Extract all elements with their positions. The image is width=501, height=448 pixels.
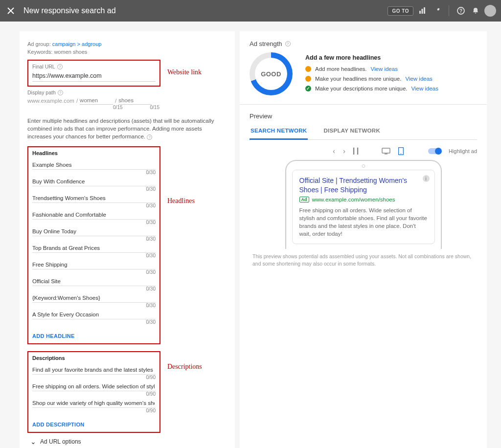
mobile-icon[interactable] <box>398 147 404 155</box>
preview-title: Preview <box>250 112 477 120</box>
add-description-button[interactable]: ADD DESCRIPTION <box>32 422 85 427</box>
headline-counter: 0/30 <box>146 236 156 242</box>
description-text: Find all your favorite brands and the la… <box>32 367 155 373</box>
headline-row[interactable]: Fashionable and Comfortable0/30 <box>32 209 156 220</box>
ad-strength-value: GOOD <box>261 70 281 78</box>
view-ideas-link[interactable]: View ideas <box>405 76 432 82</box>
callout-descriptions: Descriptions <box>167 363 202 371</box>
help-circle-icon[interactable]: ? <box>147 134 152 140</box>
headline-row[interactable]: Trendsetting Women's Shoes0/30 <box>32 192 156 203</box>
ad-description: Free shipping on all orders. Wide select… <box>299 206 428 238</box>
svg-rect-5 <box>382 148 390 153</box>
phone-preview-frame: i Official Site | Trendsetting Women's S… <box>285 160 442 249</box>
callout-headlines: Headlines <box>167 197 195 205</box>
keywords-label: Keywords: <box>27 49 52 55</box>
status-dot-orange <box>305 76 311 82</box>
headline-counter: 0/30 <box>146 220 156 225</box>
campaign-link[interactable]: campaign <box>52 41 76 47</box>
view-ideas-link[interactable]: View ideas <box>370 66 397 72</box>
prev-ad-button[interactable]: ‹ <box>333 147 335 155</box>
headline-counter: 0/30 <box>146 286 156 291</box>
keywords-value: women shoes <box>54 49 87 55</box>
headline-row[interactable]: {Keyword:Women's Shoes}0/30 <box>32 292 156 303</box>
goto-button[interactable]: GO TO <box>387 6 413 16</box>
info-icon[interactable]: i <box>423 175 430 182</box>
suggestions: Add a few more headlines Add more headli… <box>305 52 438 95</box>
gt: > <box>77 41 80 47</box>
preview-note: This preview shows potential ads assembl… <box>250 253 477 267</box>
description-counter: 0/90 <box>146 391 156 397</box>
final-url-label: Final URL ? <box>32 64 156 69</box>
headline-row[interactable]: Buy With Confidence0/30 <box>32 176 156 186</box>
headline-text: A Style for Every Occasion <box>32 312 155 317</box>
headline-row[interactable]: Top Brands at Great Prices0/30 <box>32 242 156 253</box>
status-dot-check: ✓ <box>305 86 311 91</box>
display-path-label: Display path <box>27 90 56 95</box>
suggestion-row: Make your headlines more unique. View id… <box>305 76 438 82</box>
highlight-label: Highlight ad <box>449 148 477 154</box>
description-row[interactable]: Find all your favorite brands and the la… <box>32 364 156 375</box>
svg-point-8 <box>401 153 402 154</box>
callout-website-link: Website link <box>167 68 202 76</box>
headline-counter: 0/30 <box>146 269 156 275</box>
display-path-seg2[interactable]: shoes <box>118 96 152 105</box>
final-url-input[interactable] <box>32 70 156 82</box>
topbar-actions: GO TO ? <box>387 5 496 17</box>
highlight-toggle[interactable] <box>428 148 441 154</box>
tab-display-network[interactable]: DISPLAY NETWORK <box>322 128 381 139</box>
headline-row[interactable]: Example Shoes0/30 <box>32 159 156 170</box>
headline-text: Fashionable and Comfortable <box>32 212 155 218</box>
headline-counter: 0/30 <box>146 253 156 258</box>
ad-strength-gauge: GOOD <box>250 52 293 95</box>
add-headline-button[interactable]: ADD HEADLINE <box>32 333 75 339</box>
headline-row[interactable]: Free Shipping0/30 <box>32 259 156 269</box>
close-icon[interactable] <box>5 5 17 17</box>
help-circle-icon[interactable]: ? <box>57 64 63 69</box>
adgroup-link[interactable]: adgroup <box>82 41 101 47</box>
next-ad-button[interactable]: › <box>343 147 345 155</box>
page-body: Ad group: campaign > adgroup Keywords: w… <box>0 22 501 448</box>
avatar[interactable] <box>484 5 496 17</box>
dp-counter-1: 0/15 <box>113 105 122 110</box>
chevron-down-icon: ⌄ <box>30 438 36 446</box>
description-text: Free shipping on all orders. Wide select… <box>32 383 155 389</box>
help-circle-icon[interactable]: ? <box>58 90 63 95</box>
svg-rect-6 <box>385 154 387 155</box>
display-path: Display path ? www.example.com / women /… <box>27 90 160 110</box>
divider <box>240 104 487 105</box>
ad-display-url: www.example.com/women/shoes <box>312 197 395 202</box>
bell-icon[interactable] <box>470 5 481 17</box>
headline-counter: 0/30 <box>146 170 156 175</box>
headline-text: Buy With Confidence <box>32 179 155 184</box>
url-options-toggle[interactable]: ⌄ Ad URL options <box>30 438 227 446</box>
description-text: Shop our wide variety of high quality wo… <box>32 400 155 406</box>
headline-text: Example Shoes <box>32 162 155 168</box>
keywords-line: Keywords: women shoes <box>27 49 227 55</box>
desktop-icon[interactable] <box>382 148 390 155</box>
dp-counter-2: 0/15 <box>150 105 159 110</box>
tab-search-network[interactable]: SEARCH NETWORK <box>250 128 308 140</box>
view-ideas-link[interactable]: View ideas <box>411 86 438 91</box>
adgroup-label: Ad group: <box>27 41 51 47</box>
wrench-icon[interactable] <box>431 5 443 17</box>
suggestion-row: ✓ Make your descriptions more unique. Vi… <box>305 86 438 91</box>
adgroup-line: Ad group: campaign > adgroup <box>27 41 227 47</box>
headline-row[interactable]: Official Site0/30 <box>32 275 156 286</box>
description-row[interactable]: Free shipping on all orders. Wide select… <box>32 381 156 391</box>
display-path-seg1[interactable]: women <box>80 96 113 105</box>
right-panel: Ad strength ? GOOD Add a few more headli… <box>240 31 487 448</box>
headline-row[interactable]: A Style for Every Occasion0/30 <box>32 309 156 319</box>
headline-row[interactable]: Buy Online Today0/30 <box>32 225 156 236</box>
page-title: New responsive search ad <box>23 6 387 15</box>
help-icon[interactable]: ? <box>455 5 467 17</box>
divider <box>449 5 449 16</box>
suggestions-heading: Add a few more headlines <box>305 54 438 61</box>
description-row[interactable]: Shop our wide variety of high quality wo… <box>32 397 156 408</box>
left-panel: Ad group: campaign > adgroup Keywords: w… <box>20 31 235 448</box>
bar-chart-icon[interactable] <box>416 5 428 17</box>
help-circle-icon[interactable]: ? <box>285 41 291 46</box>
headline-text: Buy Online Today <box>32 228 155 234</box>
status-dot-orange <box>305 66 311 72</box>
pause-icon[interactable]: ▎▎ <box>353 148 361 155</box>
svg-rect-1 <box>422 9 423 14</box>
